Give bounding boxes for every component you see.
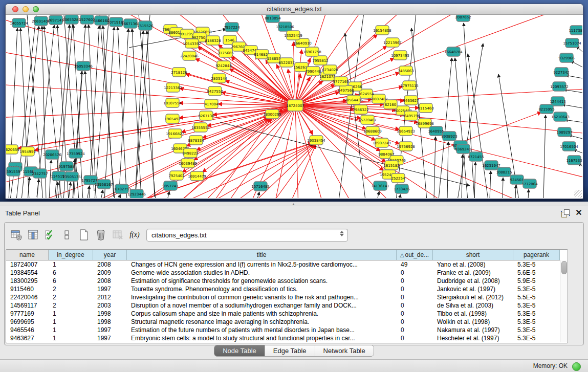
- table-cell[interactable]: 19384554: [6, 269, 49, 277]
- table-cell[interactable]: 5.3E-5: [513, 285, 560, 293]
- table-cell[interactable]: 1: [49, 260, 93, 269]
- table-cell[interactable]: 5.3E-5: [513, 260, 560, 269]
- table-cell[interactable]: 1998: [93, 310, 127, 318]
- table-cell[interactable]: 1: [49, 318, 93, 326]
- column-header-year[interactable]: year: [93, 250, 127, 260]
- window-resize-grip[interactable]: [574, 190, 582, 198]
- table-row[interactable]: 1938455462009Genome-wide association stu…: [6, 269, 568, 277]
- table-cell[interactable]: 1998: [93, 318, 127, 326]
- table-cell[interactable]: Dudbridge et al. (2008): [433, 277, 513, 285]
- table-cell[interactable]: 18300295: [6, 277, 49, 285]
- table-selector-dropdown[interactable]: citations_edges.txt: [146, 229, 348, 242]
- table-cell[interactable]: Investigating the contribution of common…: [127, 293, 397, 301]
- table-cell[interactable]: 6: [49, 277, 93, 285]
- scrollbar-thumb[interactable]: [561, 261, 567, 274]
- column-header-out_de[interactable]: △out_de...: [397, 250, 433, 260]
- table-cell[interactable]: 1997: [93, 285, 127, 293]
- table-cell[interactable]: 1997: [93, 334, 127, 342]
- table-cell[interactable]: 2003: [93, 301, 127, 310]
- table-cell[interactable]: Corpus callosum shape and size in male p…: [127, 310, 397, 318]
- table-cell[interactable]: Estimation of significance thresholds fo…: [127, 277, 397, 285]
- table-cell[interactable]: 0: [397, 334, 433, 342]
- table-cell[interactable]: 0: [397, 326, 433, 334]
- table-cell[interactable]: 0: [397, 301, 433, 310]
- table-cell[interactable]: 1: [49, 326, 93, 334]
- table-cell[interactable]: Stergiakouli et al. (2012): [433, 293, 513, 301]
- rows-icon[interactable]: [60, 228, 74, 242]
- table-row[interactable]: 946362711997Embryonic stem cells: a mode…: [6, 334, 568, 342]
- table-cell[interactable]: 5.5E-5: [513, 293, 560, 301]
- table-cell[interactable]: 2008: [93, 277, 127, 285]
- table-cell[interactable]: 2: [49, 285, 93, 293]
- column-header-name[interactable]: name: [6, 250, 49, 260]
- table-cell[interactable]: 49: [397, 260, 433, 269]
- trash-icon[interactable]: [94, 228, 107, 242]
- table-cell[interactable]: 0: [397, 318, 433, 326]
- table-cell[interactable]: 9115460: [6, 285, 49, 293]
- table-cell[interactable]: Jankovic et al. (1997): [433, 285, 513, 293]
- table-cell[interactable]: Franke et al. (2009): [433, 269, 513, 277]
- table-row[interactable]: 1872400712008Changes of HCN gene express…: [6, 260, 568, 269]
- table-cell[interactable]: 9699695: [6, 318, 49, 326]
- table-cell[interactable]: 9465546: [6, 326, 49, 334]
- table-cell[interactable]: Embryonic stem cells: a model to study s…: [127, 334, 397, 342]
- table-cell[interactable]: 0: [397, 269, 433, 277]
- table-row[interactable]: 1456911722003Disruption of a novel membe…: [6, 301, 568, 310]
- checklist-icon[interactable]: [43, 228, 57, 242]
- table-cell[interactable]: 2009: [93, 269, 127, 277]
- table-settings-icon[interactable]: [10, 228, 23, 242]
- table-cell[interactable]: 5.3E-5: [513, 334, 560, 342]
- table-cell[interactable]: Disruption of a novel member of a sodium…: [127, 301, 397, 310]
- network-canvas[interactable]: 1405572420691406269714110653287152760764…: [6, 15, 582, 198]
- tab-node-table[interactable]: Node Table: [214, 345, 265, 356]
- vertical-scrollbar[interactable]: [560, 260, 568, 342]
- splitter-handle-icon[interactable]: ▲: [292, 202, 295, 206]
- table-cell[interactable]: 5.3E-5: [513, 310, 560, 318]
- table-cell[interactable]: Genome-wide association studies in ADHD.: [127, 269, 397, 277]
- table-cell[interactable]: Structural magnetic resonance image aver…: [127, 318, 397, 326]
- close-panel-icon[interactable]: ✕: [575, 209, 583, 217]
- table-column-icon[interactable]: [27, 228, 40, 242]
- tab-edge-table[interactable]: Edge Table: [265, 345, 315, 356]
- table-cell[interactable]: 6: [49, 269, 93, 277]
- table-cell[interactable]: 5.6E-5: [513, 269, 560, 277]
- table-cell[interactable]: 1: [49, 334, 93, 342]
- table-row[interactable]: 969969511998Structural magnetic resonanc…: [6, 318, 568, 326]
- table-cell[interactable]: 14569117: [6, 301, 49, 310]
- table-cell[interactable]: Changes of HCN gene expression and I(f) …: [127, 260, 397, 269]
- table-cell[interactable]: Hescheler et al. (1997): [433, 334, 513, 342]
- table-cell[interactable]: 5.3E-5: [513, 318, 560, 326]
- panel-splitter[interactable]: ▲: [0, 202, 588, 206]
- table-cell[interactable]: Yano et al. (2008): [433, 260, 513, 269]
- table-cell[interactable]: 2: [49, 293, 93, 301]
- table-cell[interactable]: Tourette syndrome. Phenomenology and cla…: [127, 285, 397, 293]
- table-row[interactable]: 946554611997Estimation of the future num…: [6, 326, 568, 334]
- table-cell[interactable]: 0: [397, 285, 433, 293]
- window-titlebar[interactable]: citations_edges.txt: [6, 4, 583, 15]
- table-row[interactable]: 911546021997Tourette syndrome. Phenomeno…: [6, 285, 568, 293]
- table-cell[interactable]: 5.3E-5: [513, 326, 560, 334]
- table-cell[interactable]: Wolkin et al. (1998): [433, 318, 513, 326]
- table-cell[interactable]: Tibbo et al. (1998): [433, 310, 513, 318]
- table-cell[interactable]: 5.9E-5: [513, 277, 560, 285]
- table-row[interactable]: 1830029562008Estimation of significance …: [6, 277, 568, 285]
- table-row[interactable]: 977716911998Corpus callosum shape and si…: [6, 310, 568, 318]
- column-header-pagerank[interactable]: pagerank: [513, 250, 560, 260]
- function-builder-icon[interactable]: f(x): [128, 228, 141, 242]
- table-cell[interactable]: de Silva et al. (2003): [433, 301, 513, 310]
- column-header-in_degree[interactable]: in_degree: [49, 250, 93, 260]
- table-cell[interactable]: Nakamura et al. (1997): [433, 326, 513, 334]
- table-cell[interactable]: 9777169: [6, 310, 49, 318]
- table-row[interactable]: 2242004622012Investigating the contribut…: [6, 293, 568, 301]
- new-file-icon[interactable]: [77, 228, 91, 242]
- table-cell[interactable]: Estimation of the future numbers of pati…: [127, 326, 397, 334]
- table-cell[interactable]: 0: [397, 293, 433, 301]
- float-panel-icon[interactable]: [561, 209, 570, 217]
- table-cell[interactable]: 2008: [93, 260, 127, 269]
- table-cell[interactable]: 9463627: [6, 334, 49, 342]
- table-cell[interactable]: 0: [397, 277, 433, 285]
- column-header-title[interactable]: title: [127, 250, 397, 260]
- table-cell[interactable]: 1997: [93, 326, 127, 334]
- table-cell[interactable]: 1: [49, 310, 93, 318]
- table-cell[interactable]: 2012: [93, 293, 127, 301]
